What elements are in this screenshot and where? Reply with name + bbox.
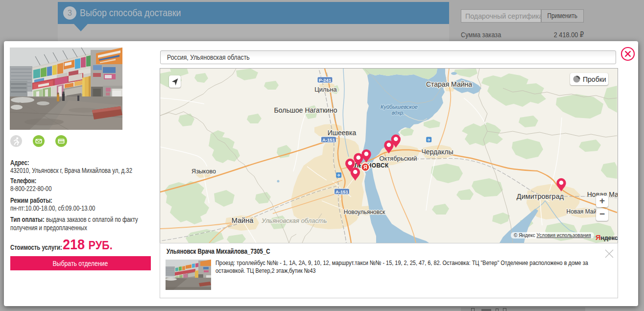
- svg-text:Ишеевка: Ишеевка: [328, 129, 357, 137]
- svg-text:Цильна: Цильна: [314, 86, 337, 93]
- svg-text:✈: ✈: [427, 138, 431, 143]
- svg-text:✈: ✈: [337, 173, 341, 178]
- svg-text:Старая Майна: Старая Майна: [426, 80, 472, 88]
- svg-text:Языково: Языково: [191, 168, 216, 175]
- svg-text:Чердаклы: Чердаклы: [421, 148, 453, 156]
- svg-text:Большое Нагаткино: Большое Нагаткино: [274, 106, 337, 114]
- svg-text:Р-241: Р-241: [319, 77, 332, 83]
- svg-text:вдхр.: вдхр.: [392, 110, 405, 116]
- svg-text:А-151: А-151: [335, 189, 349, 194]
- svg-text:А-151: А-151: [322, 137, 335, 143]
- svg-text:Ульяновская область: Ульяновская область: [261, 217, 327, 224]
- svg-text:Октябрьский: Октябрьский: [379, 155, 417, 162]
- svg-text:Димитровград: Димитровград: [517, 192, 564, 200]
- svg-text:Куйбышевское: Куйбышевское: [381, 104, 418, 110]
- svg-text:Пробки: Пробки: [583, 75, 606, 83]
- svg-text:Я: Я: [363, 164, 367, 170]
- svg-text:Новоульяновск: Новоульяновск: [344, 209, 385, 215]
- svg-text:Майна: Майна: [232, 216, 254, 224]
